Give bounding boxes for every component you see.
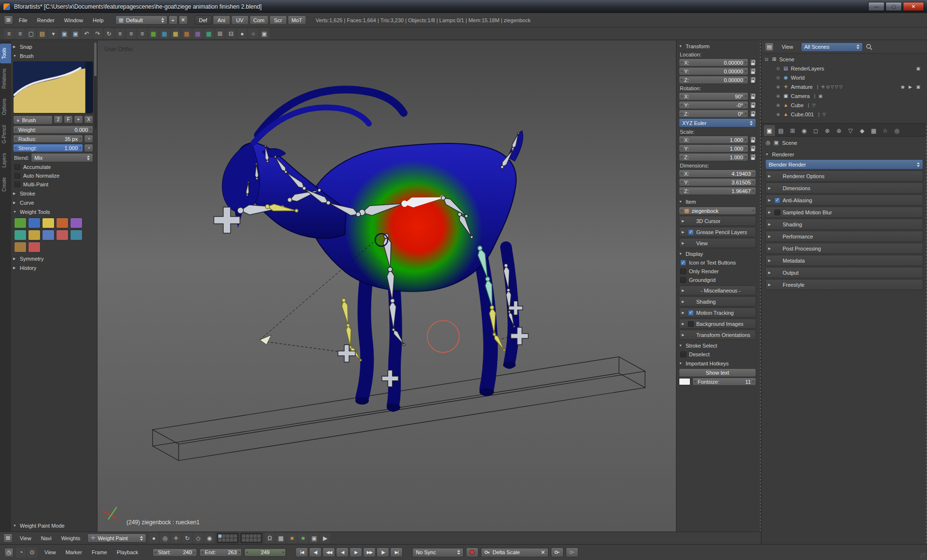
location-field[interactable]: Z:0.00000: [679, 76, 748, 84]
collapsed-panel[interactable]: View: [679, 238, 756, 248]
minimize-button[interactable]: —: [868, 2, 885, 11]
panel-display[interactable]: Display: [679, 249, 756, 258]
collapsed-panel[interactable]: Motion Tracking: [679, 308, 756, 318]
layout-grid-yellow-icon[interactable]: ▦: [170, 28, 181, 39]
panel-history[interactable]: History: [13, 263, 93, 272]
panel-checkbox[interactable]: [688, 310, 694, 316]
outliner-view-menu[interactable]: View: [777, 42, 798, 51]
restrict-toggles[interactable]: ◉ ▶ ▣: [901, 84, 925, 89]
render-engine-dropdown[interactable]: Blender Render: [765, 159, 923, 169]
brush-fake-user-button[interactable]: F: [64, 115, 73, 124]
use-preview-range-icon[interactable]: ◔: [16, 547, 26, 558]
matcap-orange-icon[interactable]: ■: [287, 533, 297, 543]
ik-target-arrow[interactable]: [260, 335, 271, 345]
weight-tool-fix-deforms[interactable]: [14, 242, 27, 252]
show-text-button[interactable]: Show text: [679, 368, 756, 377]
outliner-row[interactable]: ⊕ ✛ Armature | ✛⊙▽▽▽ ◉ ▶ ▣: [764, 82, 925, 91]
collapsed-panel[interactable]: Freestyle: [765, 279, 923, 290]
panel-brush[interactable]: Brush: [13, 51, 93, 60]
tab-texture[interactable]: ▦: [868, 125, 879, 136]
pin-icon[interactable]: ◎: [766, 140, 771, 146]
menu-item[interactable]: Weights: [56, 534, 85, 543]
editor-type-icon[interactable]: ▤: [765, 42, 774, 52]
sphere-shade-icon[interactable]: ●: [237, 28, 247, 39]
location-field[interactable]: X:0.00000: [679, 58, 748, 67]
scale-field[interactable]: Z:1.000: [679, 153, 748, 161]
shading-mode-icon[interactable]: ●: [149, 533, 159, 543]
screen-tab[interactable]: Com: [250, 15, 268, 25]
manipulator-translate-icon[interactable]: ✛: [171, 533, 181, 543]
insert-keyframe-button[interactable]: [551, 547, 563, 557]
brush-users-button[interactable]: 2: [54, 115, 63, 124]
import-menu-icon[interactable]: ≡: [126, 28, 136, 39]
frame-start-field[interactable]: Start: 240: [153, 548, 197, 557]
brush-datablock-selector[interactable]: ● Brush: [13, 115, 53, 125]
panel-stroke[interactable]: Stroke: [13, 189, 93, 198]
editor-type-icon[interactable]: ⊞: [4, 15, 13, 25]
auto-normalize-checkbox[interactable]: [14, 173, 20, 179]
jump-to-prev-keyframe-button[interactable]: ◀|: [309, 547, 322, 557]
lock-icon[interactable]: [750, 110, 756, 117]
opengl-render-icon[interactable]: ▣: [309, 533, 319, 543]
panel-checkbox[interactable]: [774, 210, 780, 215]
maximize-button[interactable]: ▢: [885, 2, 902, 11]
collapsed-panel[interactable]: Anti-Aliasing: [765, 195, 923, 206]
current-frame-field[interactable]: 249: [244, 548, 286, 557]
weight-tool-smooth[interactable]: [42, 230, 55, 240]
panel-transform[interactable]: Transform: [679, 42, 756, 51]
weight-tool-levels[interactable]: [28, 230, 41, 240]
rotation-field[interactable]: Y:-0°: [679, 101, 748, 109]
tab-render-layers[interactable]: ▤: [775, 125, 787, 136]
viewport-3d[interactable]: User Ortho (249) ziegenbock : ruecken1: [98, 41, 676, 532]
panel-checkbox[interactable]: [688, 321, 694, 327]
collapsed-panel[interactable]: Performance: [765, 231, 923, 242]
window-resize-grip[interactable]: [920, 553, 927, 560]
tool-shelf-tab[interactable]: Relations: [0, 64, 11, 93]
panel-weight-tools[interactable]: Weight Tools: [13, 207, 93, 216]
brush-add-button[interactable]: +: [74, 115, 83, 124]
screen-layout-dropdown[interactable]: ▦ Default: [115, 15, 168, 25]
new-file-icon[interactable]: ▢: [26, 28, 36, 39]
delete-layout-button[interactable]: ✕: [179, 15, 188, 25]
expander-icon[interactable]: ⊙: [775, 66, 781, 71]
play-reverse-button[interactable]: ◀: [336, 547, 349, 557]
accumulate-option[interactable]: Accumulate: [13, 163, 93, 171]
expander-icon[interactable]: ⊙: [775, 75, 781, 80]
lock-icon[interactable]: [750, 101, 756, 109]
pivot-point-icon[interactable]: ◎: [160, 533, 170, 543]
link-menu-icon[interactable]: ≡: [115, 28, 125, 39]
tab-modifiers[interactable]: ⊕: [833, 125, 844, 136]
toolshelf-scrollbar[interactable]: [94, 42, 97, 129]
display-option[interactable]: Icon or Text Buttons: [679, 258, 756, 267]
panel-stroke-select[interactable]: Stroke Select: [679, 341, 756, 350]
tool-shelf-tab[interactable]: Layers: [0, 149, 11, 172]
tab-world[interactable]: ◉: [799, 125, 810, 136]
tab-render[interactable]: ▣: [764, 125, 775, 136]
active-keying-set-field[interactable]: Delta Scale ✕: [481, 548, 548, 557]
lamp-icon[interactable]: ○: [248, 28, 258, 39]
weight-slider[interactable]: Weight: 0.000: [13, 126, 93, 134]
screen-tab[interactable]: Ani: [213, 15, 230, 25]
item-name-field[interactable]: ▦ ziegenbock: [679, 207, 756, 215]
strength-pressure-icon[interactable]: ◔: [84, 144, 93, 152]
expander-icon[interactable]: ⊕: [775, 84, 781, 89]
viewport-canvas[interactable]: User Ortho (249) ziegenbock : ruecken1: [98, 41, 676, 532]
collapsed-panel[interactable]: Background Images: [679, 319, 756, 329]
scale-field[interactable]: Y:1.000: [679, 144, 748, 153]
tab-physics[interactable]: ◎: [891, 125, 902, 136]
menu-item[interactable]: Marker: [61, 548, 87, 557]
outliner-filter-dropdown[interactable]: All Scenes: [801, 42, 863, 52]
menu-item[interactable]: Help: [88, 16, 109, 25]
menu-item[interactable]: Frame: [87, 548, 112, 557]
orientation-global-icon[interactable]: ◉: [204, 533, 214, 543]
matcap-green-icon[interactable]: ■: [298, 533, 308, 543]
miscellaneous-panel[interactable]: - Miscellaneous -: [679, 285, 756, 295]
expander-icon[interactable]: ⊟: [764, 57, 769, 62]
layout-grid-teal-icon[interactable]: ▦: [204, 28, 214, 39]
clear-keying-set-icon[interactable]: ✕: [541, 549, 545, 556]
manipulator-scale-icon[interactable]: ◇: [193, 533, 203, 543]
goat-model[interactable]: [222, 90, 523, 411]
restrict-toggles[interactable]: ▣: [916, 66, 925, 71]
collapsed-panel[interactable]: Grease Pencil Layers: [679, 227, 756, 237]
panel-important-hotkeys[interactable]: Important Hotkeys: [679, 359, 756, 368]
